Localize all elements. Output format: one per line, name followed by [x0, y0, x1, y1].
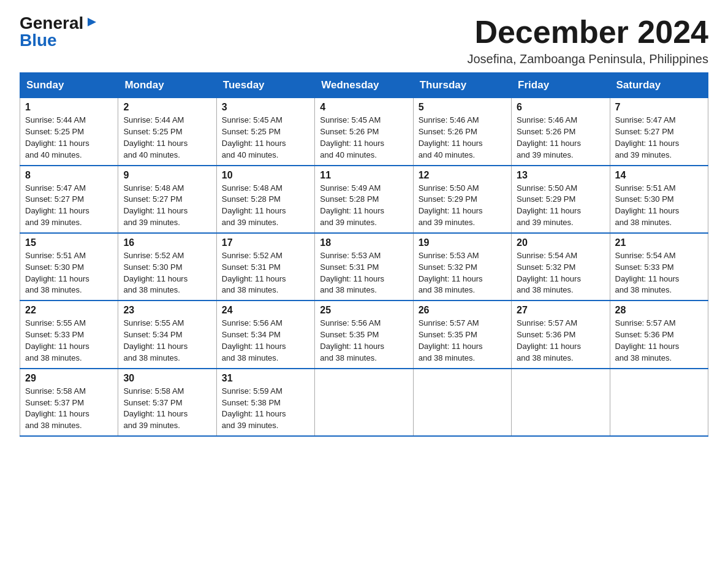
calendar-cell: 11 Sunrise: 5:49 AM Sunset: 5:28 PM Dayl… [315, 166, 413, 233]
calendar-week-row: 15 Sunrise: 5:51 AM Sunset: 5:30 PM Dayl… [20, 233, 708, 301]
calendar-cell: 20 Sunrise: 5:54 AM Sunset: 5:32 PM Dayl… [512, 233, 610, 301]
calendar-cell: 28 Sunrise: 5:57 AM Sunset: 5:36 PM Dayl… [610, 301, 708, 368]
day-info: Sunrise: 5:57 AM Sunset: 5:36 PM Dayligh… [615, 318, 703, 364]
calendar-cell: 4 Sunrise: 5:45 AM Sunset: 5:26 PM Dayli… [315, 98, 413, 166]
day-info: Sunrise: 5:57 AM Sunset: 5:35 PM Dayligh… [419, 318, 506, 364]
day-info: Sunrise: 5:51 AM Sunset: 5:30 PM Dayligh… [615, 183, 703, 229]
day-number: 8 [25, 170, 113, 181]
calendar-cell [315, 369, 413, 436]
day-number: 26 [419, 305, 506, 316]
calendar-cell: 24 Sunrise: 5:56 AM Sunset: 5:34 PM Dayl… [216, 301, 314, 368]
calendar-week-row: 1 Sunrise: 5:44 AM Sunset: 5:25 PM Dayli… [20, 98, 708, 166]
day-info: Sunrise: 5:59 AM Sunset: 5:38 PM Dayligh… [222, 386, 309, 432]
day-number: 24 [222, 305, 309, 316]
day-number: 15 [25, 237, 113, 248]
calendar-week-row: 8 Sunrise: 5:47 AM Sunset: 5:27 PM Dayli… [20, 166, 708, 233]
calendar-cell: 30 Sunrise: 5:58 AM Sunset: 5:37 PM Dayl… [118, 369, 216, 436]
day-info: Sunrise: 5:47 AM Sunset: 5:27 PM Dayligh… [615, 115, 703, 161]
day-info: Sunrise: 5:53 AM Sunset: 5:32 PM Dayligh… [419, 250, 506, 296]
day-info: Sunrise: 5:50 AM Sunset: 5:29 PM Dayligh… [517, 183, 604, 229]
day-number: 16 [123, 237, 211, 248]
day-info: Sunrise: 5:57 AM Sunset: 5:36 PM Dayligh… [517, 318, 604, 364]
calendar-cell: 21 Sunrise: 5:54 AM Sunset: 5:33 PM Dayl… [610, 233, 708, 301]
day-number: 20 [517, 237, 604, 248]
day-number: 13 [517, 170, 604, 181]
day-number: 5 [419, 102, 506, 113]
day-number: 27 [517, 305, 604, 316]
day-info: Sunrise: 5:58 AM Sunset: 5:37 PM Dayligh… [123, 386, 211, 432]
day-number: 28 [615, 305, 703, 316]
day-number: 3 [222, 102, 309, 113]
header-sunday: Sunday [20, 73, 118, 98]
day-number: 29 [25, 373, 113, 384]
calendar-cell: 16 Sunrise: 5:52 AM Sunset: 5:30 PM Dayl… [118, 233, 216, 301]
day-number: 1 [25, 102, 113, 113]
calendar-cell: 5 Sunrise: 5:46 AM Sunset: 5:26 PM Dayli… [413, 98, 511, 166]
calendar-cell: 22 Sunrise: 5:55 AM Sunset: 5:33 PM Dayl… [20, 301, 118, 368]
day-number: 9 [123, 170, 211, 181]
calendar-cell: 2 Sunrise: 5:44 AM Sunset: 5:25 PM Dayli… [118, 98, 216, 166]
calendar-cell: 1 Sunrise: 5:44 AM Sunset: 5:25 PM Dayli… [20, 98, 118, 166]
day-info: Sunrise: 5:54 AM Sunset: 5:32 PM Dayligh… [517, 250, 604, 296]
calendar-cell: 7 Sunrise: 5:47 AM Sunset: 5:27 PM Dayli… [610, 98, 708, 166]
calendar-cell: 12 Sunrise: 5:50 AM Sunset: 5:29 PM Dayl… [413, 166, 511, 233]
day-number: 11 [320, 170, 408, 181]
title-block: December 2024 Josefina, Zamboanga Penins… [467, 15, 708, 66]
calendar-cell [610, 369, 708, 436]
day-number: 12 [419, 170, 506, 181]
page-header: General Blue December 2024 Josefina, Zam… [20, 15, 708, 66]
header-tuesday: Tuesday [216, 73, 314, 98]
day-info: Sunrise: 5:48 AM Sunset: 5:28 PM Dayligh… [222, 183, 309, 229]
day-info: Sunrise: 5:49 AM Sunset: 5:28 PM Dayligh… [320, 183, 408, 229]
calendar-cell: 3 Sunrise: 5:45 AM Sunset: 5:25 PM Dayli… [216, 98, 314, 166]
day-number: 31 [222, 373, 309, 384]
day-info: Sunrise: 5:55 AM Sunset: 5:33 PM Dayligh… [25, 318, 113, 364]
day-info: Sunrise: 5:51 AM Sunset: 5:30 PM Dayligh… [25, 250, 113, 296]
calendar-week-row: 22 Sunrise: 5:55 AM Sunset: 5:33 PM Dayl… [20, 301, 708, 368]
day-info: Sunrise: 5:56 AM Sunset: 5:35 PM Dayligh… [320, 318, 408, 364]
header-monday: Monday [118, 73, 216, 98]
calendar-cell: 31 Sunrise: 5:59 AM Sunset: 5:38 PM Dayl… [216, 369, 314, 436]
day-info: Sunrise: 5:46 AM Sunset: 5:26 PM Dayligh… [517, 115, 604, 161]
calendar-cell: 19 Sunrise: 5:53 AM Sunset: 5:32 PM Dayl… [413, 233, 511, 301]
day-number: 14 [615, 170, 703, 181]
calendar-header-row: SundayMondayTuesdayWednesdayThursdayFrid… [20, 73, 708, 98]
calendar-cell: 18 Sunrise: 5:53 AM Sunset: 5:31 PM Dayl… [315, 233, 413, 301]
day-info: Sunrise: 5:44 AM Sunset: 5:25 PM Dayligh… [123, 115, 211, 161]
day-number: 21 [615, 237, 703, 248]
logo-general: General [20, 15, 83, 32]
day-info: Sunrise: 5:52 AM Sunset: 5:31 PM Dayligh… [222, 250, 309, 296]
calendar-cell: 13 Sunrise: 5:50 AM Sunset: 5:29 PM Dayl… [512, 166, 610, 233]
day-info: Sunrise: 5:53 AM Sunset: 5:31 PM Dayligh… [320, 250, 408, 296]
day-number: 6 [517, 102, 604, 113]
calendar-week-row: 29 Sunrise: 5:58 AM Sunset: 5:37 PM Dayl… [20, 369, 708, 436]
day-info: Sunrise: 5:56 AM Sunset: 5:34 PM Dayligh… [222, 318, 309, 364]
day-number: 18 [320, 237, 408, 248]
header-friday: Friday [512, 73, 610, 98]
calendar-cell: 27 Sunrise: 5:57 AM Sunset: 5:36 PM Dayl… [512, 301, 610, 368]
day-number: 22 [25, 305, 113, 316]
day-number: 25 [320, 305, 408, 316]
calendar-cell: 14 Sunrise: 5:51 AM Sunset: 5:30 PM Dayl… [610, 166, 708, 233]
calendar-cell: 29 Sunrise: 5:58 AM Sunset: 5:37 PM Dayl… [20, 369, 118, 436]
day-info: Sunrise: 5:46 AM Sunset: 5:26 PM Dayligh… [419, 115, 506, 161]
day-number: 23 [123, 305, 211, 316]
logo-blue: Blue [20, 32, 57, 49]
calendar-cell: 6 Sunrise: 5:46 AM Sunset: 5:26 PM Dayli… [512, 98, 610, 166]
day-number: 19 [419, 237, 506, 248]
calendar-cell: 25 Sunrise: 5:56 AM Sunset: 5:35 PM Dayl… [315, 301, 413, 368]
calendar-cell: 8 Sunrise: 5:47 AM Sunset: 5:27 PM Dayli… [20, 166, 118, 233]
day-info: Sunrise: 5:45 AM Sunset: 5:25 PM Dayligh… [222, 115, 309, 161]
calendar-cell: 15 Sunrise: 5:51 AM Sunset: 5:30 PM Dayl… [20, 233, 118, 301]
day-info: Sunrise: 5:45 AM Sunset: 5:26 PM Dayligh… [320, 115, 408, 161]
day-info: Sunrise: 5:47 AM Sunset: 5:27 PM Dayligh… [25, 183, 113, 229]
location-subtitle: Josefina, Zamboanga Peninsula, Philippin… [467, 52, 708, 66]
calendar-cell: 23 Sunrise: 5:55 AM Sunset: 5:34 PM Dayl… [118, 301, 216, 368]
logo-triangle-icon [85, 15, 99, 29]
day-number: 4 [320, 102, 408, 113]
day-number: 2 [123, 102, 211, 113]
calendar-cell: 26 Sunrise: 5:57 AM Sunset: 5:35 PM Dayl… [413, 301, 511, 368]
svg-marker-0 [88, 18, 96, 26]
logo: General Blue [20, 15, 99, 49]
day-info: Sunrise: 5:54 AM Sunset: 5:33 PM Dayligh… [615, 250, 703, 296]
